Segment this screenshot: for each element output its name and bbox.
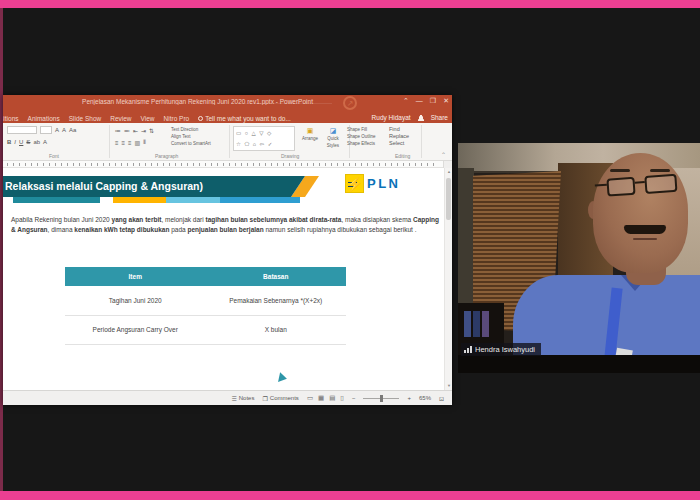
fit-slide-button[interactable]: ⊡ — [439, 395, 444, 402]
scrollbar-thumb[interactable] — [446, 178, 451, 220]
align-tool-icon[interactable]: ≡ — [115, 140, 119, 146]
align-tool-icon[interactable]: ⫴ — [143, 139, 146, 146]
shape-fill-button[interactable]: Shape Fill — [347, 126, 367, 133]
view-mode-icon[interactable]: ▦ — [318, 394, 324, 402]
font-tool-icon[interactable]: Aa — [69, 127, 76, 133]
pln-logo-text: PLN — [367, 176, 401, 191]
paragraph-segment: , melonjak dari — [161, 216, 205, 223]
select-button[interactable]: Select — [389, 140, 404, 147]
zoom-in-button[interactable]: + — [407, 395, 411, 401]
mustache — [624, 225, 666, 234]
zoom-percent[interactable]: 65% — [419, 395, 431, 401]
convert-to-smartart-button[interactable]: Convert to SmartArt — [171, 140, 211, 147]
replace-button[interactable]: Replace — [389, 133, 409, 140]
paragraph-tool-icon[interactable]: ⇅ — [149, 127, 154, 134]
slide-title-stripes — [13, 197, 300, 203]
scroll-down-icon[interactable]: ▼ — [445, 382, 452, 390]
font-tool-icon[interactable]: A — [62, 127, 66, 133]
font-tool-icon[interactable]: A — [55, 127, 59, 133]
window-title: Penjelasan Mekanisme Perhitungan Rekenin… — [3, 98, 392, 105]
ribbon-tab-view[interactable]: View — [141, 115, 155, 122]
eyebrow — [610, 169, 630, 172]
shapes-row: ☆ ⬠ ⌂ ⇦ ✓ — [236, 139, 292, 150]
ribbon-display-options-icon[interactable]: ⌃ — [403, 97, 409, 105]
ribbon-tab-row: TransitionsAnimationsSlide ShowReviewVie… — [3, 113, 452, 123]
collapse-ribbon-icon[interactable]: ⌃ — [441, 151, 446, 158]
paragraph-tool-icon[interactable]: ≔ — [115, 127, 121, 134]
meeting-screen: ↗ Penjelasan Mekanisme Perhitungan Reken… — [0, 0, 700, 500]
view-mode-icon[interactable]: ▯ — [340, 394, 344, 402]
table-header-cell: Item — [65, 267, 206, 286]
title-bar[interactable]: ↗ Penjelasan Mekanisme Perhitungan Reken… — [3, 95, 452, 113]
font-size-input[interactable] — [40, 126, 52, 134]
view-mode-icon[interactable]: ▤ — [329, 394, 335, 402]
ribbon-tab-slide-show[interactable]: Slide Show — [69, 115, 102, 122]
tell-me-box[interactable]: Tell me what you want to do... — [198, 115, 291, 122]
view-mode-icon[interactable]: ▭ — [307, 394, 313, 402]
align-text-button[interactable]: Align Text — [171, 133, 190, 140]
editing-group-label: Editing — [395, 153, 410, 159]
paragraph-buttons: Text DirectionAlign TextConvert to Smart… — [171, 126, 211, 147]
minimize-icon[interactable]: — — [416, 97, 423, 105]
slide-canvas[interactable]: Relaksasi melalui Capping & Angsuran) ⚡ … — [3, 168, 452, 390]
text-direction-button[interactable]: Text Direction — [171, 126, 198, 133]
quick-styles-icon: ◪ — [330, 127, 337, 135]
quick-styles-label: Quick Styles — [321, 135, 345, 149]
find-button[interactable]: Find — [389, 126, 400, 133]
table-row: Tagihan Juni 2020Pemakaian Sebenarnya *(… — [65, 286, 346, 315]
account-name[interactable]: Rudy Hidayat — [372, 114, 411, 121]
window-controls: ⌃—❐✕ — [403, 97, 449, 105]
font-style-icon[interactable]: I — [14, 139, 16, 145]
align-tool-icon[interactable]: ▥ — [135, 139, 141, 146]
comments-button[interactable]: ❐ Comments — [262, 395, 298, 402]
shape-outline-button[interactable]: Shape Outline — [347, 133, 376, 140]
paragraph-tool-icon[interactable]: ⇤ — [133, 127, 138, 134]
slide-scrollbar[interactable]: ▲ ▼ — [444, 168, 452, 390]
horizontal-ruler — [3, 161, 452, 168]
font-style-icon[interactable]: ab — [33, 139, 40, 145]
quick-styles-button[interactable]: ◪ Quick Styles — [321, 127, 345, 149]
font-style-icon[interactable]: B — [7, 139, 11, 145]
font-controls-row2: BIUSabA — [7, 139, 47, 145]
close-icon[interactable]: ✕ — [443, 97, 449, 105]
align-tool-icon[interactable]: ≡ — [122, 140, 126, 146]
mouth — [633, 238, 657, 240]
font-style-icon[interactable]: U — [19, 139, 23, 145]
notes-button[interactable]: ☰ Notes — [231, 395, 254, 402]
paragraph-tool-icon[interactable]: ≕ — [124, 127, 130, 134]
ribbon: AAAa BIUSabA Font ≔≕⇤⇥⇅ ≡≡≡▥⫴ Text Direc… — [3, 123, 452, 161]
teal-triangle-shape — [278, 372, 288, 383]
paragraph-segment: namun selisih rupiahnya dibukukan sebaga… — [264, 226, 417, 233]
zoom-slider[interactable] — [363, 398, 399, 399]
eyeglasses — [604, 170, 686, 202]
meeting-frame-top — [0, 0, 700, 8]
glasses-arm — [595, 184, 607, 187]
font-style-icon[interactable]: A — [43, 139, 47, 145]
restore-icon[interactable]: ❐ — [430, 97, 436, 105]
shape-effects-button[interactable]: Shape Effects — [347, 140, 375, 147]
share-button[interactable]: Share — [431, 114, 448, 121]
font-style-icon[interactable]: S — [26, 139, 30, 145]
paragraph-segment: kenaikan kWh tetap dibukukan — [74, 226, 169, 233]
ribbon-tab-transitions[interactable]: Transitions — [3, 115, 19, 122]
book — [464, 311, 471, 337]
font-name-input[interactable] — [7, 126, 37, 134]
arrange-button[interactable]: ▣ Arrange — [299, 127, 321, 142]
participant-video-tile[interactable]: Hendra Iswahyudi — [458, 143, 700, 373]
shapes-gallery[interactable]: ▭ ○ △ ▽ ◇ ☆ ⬠ ⌂ ⇦ ✓ — [233, 126, 295, 151]
pln-logo-icon: ⚡ — [345, 174, 364, 193]
zoom-slider-thumb[interactable] — [380, 395, 383, 402]
paragraph-tool-icon[interactable]: ⇥ — [141, 127, 146, 134]
paragraph-segment: tagihan bulan sebelumnya akibat dirata-r… — [206, 216, 342, 223]
paragraph-segment: , maka disiapkan skema — [341, 216, 413, 223]
zoom-out-button[interactable]: − — [352, 395, 356, 401]
stripe-gap — [100, 197, 113, 203]
ribbon-tab-nitro-pro[interactable]: Nitro Pro — [164, 115, 190, 122]
scroll-up-icon[interactable]: ▲ — [445, 168, 452, 176]
ribbon-tab-animations[interactable]: Animations — [28, 115, 60, 122]
ribbon-tab-review[interactable]: Review — [110, 115, 131, 122]
align-tool-icon[interactable]: ≡ — [128, 140, 132, 146]
meeting-frame-bottom — [0, 491, 700, 500]
group-separator — [229, 125, 230, 158]
share-person-icon — [418, 115, 424, 121]
